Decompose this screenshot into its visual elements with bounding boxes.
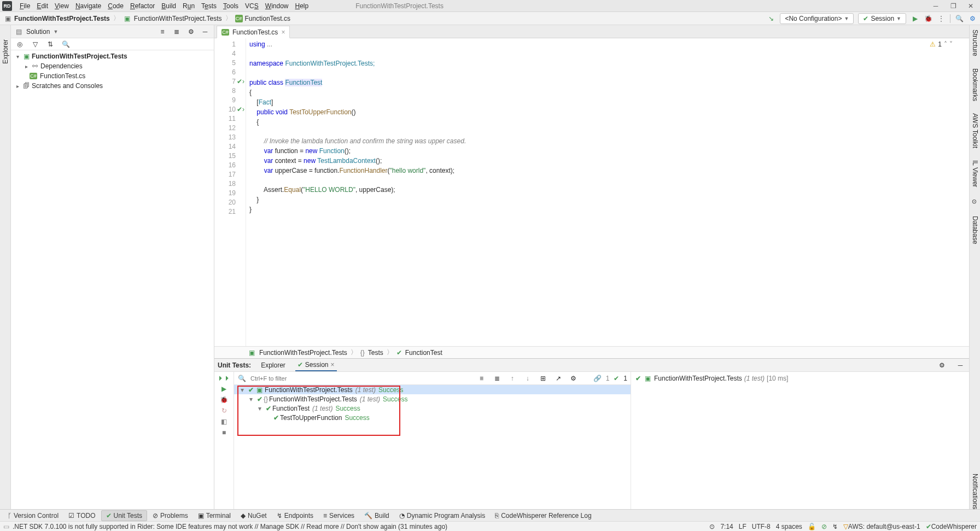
aws-status[interactable]: AWS: default@us-east-1 [848, 523, 920, 530]
solution-view-dropdown-icon[interactable]: ▼ [53, 29, 58, 34]
code-area[interactable]: using ... namespace FunctionWithTestProj… [246, 38, 969, 346]
power-icon[interactable]: ↯ [832, 523, 838, 530]
run-test-gutter-icon[interactable]: ✔› [237, 106, 244, 113]
menu-view[interactable]: View [55, 2, 69, 10]
filter-icon[interactable]: ▽ [30, 39, 40, 50]
test-row[interactable]: ▾ ✔ {} FunctionWithTestProject.Tests (1 … [234, 394, 631, 404]
structure-tab[interactable]: Structure [971, 30, 979, 56]
sort-icon[interactable]: ⇅ [45, 39, 56, 50]
settings-icon[interactable]: ⚙ [968, 14, 977, 23]
search-icon[interactable]: 🔍 [955, 14, 964, 23]
hide-icon[interactable]: ─ [200, 26, 211, 37]
twb-dpa[interactable]: ◔Dynamic Program Analysis [395, 510, 489, 521]
hide-icon[interactable]: ─ [955, 360, 966, 371]
collapse-all-icon[interactable]: ≣ [171, 26, 182, 37]
up-icon[interactable]: ↑ [507, 373, 518, 384]
locate-icon[interactable]: ◎ [14, 39, 25, 50]
filter-input[interactable] [250, 375, 326, 382]
twb-todo[interactable]: ☑TODO [64, 510, 100, 521]
tree-row-file[interactable]: C# FunctionTest.cs [11, 71, 214, 81]
notifications-tab[interactable]: Notifications [971, 474, 979, 509]
breadcrumb-project[interactable]: ▣ FunctionWithTestProject.Tests 〉 [123, 14, 233, 23]
expand-all-icon[interactable]: ≡ [157, 26, 168, 37]
tree-row-scratches[interactable]: ▸ 🗐 Scratches and Consoles [11, 81, 214, 91]
twb-unit-tests[interactable]: ✔Unit Tests [101, 510, 147, 521]
bookmarks-tab[interactable]: Bookmarks [971, 68, 979, 101]
breadcrumb-label[interactable]: Tests [368, 349, 383, 357]
run-all-icon[interactable]: ⏵⏵ [218, 374, 231, 382]
gear-icon[interactable]: ⚙ [936, 360, 947, 371]
test-row[interactable]: ▾ ✔ ▣ FunctionWithTestProject.Tests (1 t… [234, 385, 631, 394]
status-message[interactable]: .NET SDK 7.0.100 is not fully supported … [13, 523, 447, 530]
aws-icon[interactable]: ▽ [843, 523, 848, 530]
menu-edit[interactable]: Edit [37, 2, 48, 10]
run-test-gutter-icon[interactable]: ✔› [237, 78, 244, 85]
explorer-tab[interactable]: Explorer [2, 39, 9, 64]
build-icon[interactable]: ↘ [767, 14, 775, 23]
menu-help[interactable]: Help [295, 2, 308, 10]
test-row[interactable]: ✔ TestToUpperFunction Success [234, 413, 631, 422]
database-tab[interactable]: Database [971, 216, 979, 244]
gear-icon[interactable]: ⚙ [568, 373, 579, 384]
twb-problems[interactable]: ⊘Problems [148, 510, 192, 521]
stop-icon[interactable]: ■ [222, 429, 226, 436]
copilot-tab[interactable]: ⊙ [971, 199, 978, 204]
menu-build[interactable]: Build [161, 2, 176, 10]
twb-endpoints[interactable]: ↯Endpoints [272, 510, 318, 521]
chevron-down-icon[interactable]: ˅ [949, 40, 953, 48]
collapse-all-icon[interactable]: ≣ [492, 373, 503, 384]
close-tab-icon[interactable]: × [281, 28, 285, 36]
line-separator[interactable]: LF [739, 523, 746, 530]
indent-config[interactable]: 4 spaces [776, 523, 802, 530]
menu-code[interactable]: Code [108, 2, 124, 10]
session-button[interactable]: ✔ Session ▼ [858, 13, 906, 24]
status-icon[interactable]: ▭ [3, 523, 9, 530]
tab-explorer[interactable]: Explorer [259, 359, 288, 371]
tree-row-deps[interactable]: ▸ ⚯ Dependencies [11, 61, 214, 71]
rerun-icon[interactable]: ↻ [221, 407, 227, 415]
debug-icon[interactable]: 🐞 [220, 396, 228, 404]
menu-window[interactable]: Window [265, 2, 289, 10]
menu-file[interactable]: File [20, 2, 30, 10]
test-row[interactable]: ▾ ✔ FunctionTest (1 test) Success [234, 404, 631, 413]
twb-version-control[interactable]: ᚴVersion Control [3, 510, 63, 521]
twb-services[interactable]: ≡Services [319, 510, 359, 521]
twb-codewhisperer[interactable]: ⎘CodeWhisperer Reference Log [491, 510, 596, 521]
run-config-selector[interactable]: <No Configuration> ▼ [780, 13, 854, 24]
twb-build[interactable]: 🔨Build [360, 510, 394, 521]
breadcrumb-file[interactable]: C# FunctionTest.cs [235, 15, 290, 22]
debug-icon[interactable]: 🐞 [924, 14, 932, 23]
breadcrumb-label[interactable]: FunctionWithTestProject.Tests [259, 349, 347, 357]
down-icon[interactable]: ↓ [522, 373, 533, 384]
close-icon[interactable]: ✕ [967, 2, 975, 10]
menu-refactor[interactable]: Refactor [130, 2, 155, 10]
caret-position[interactable]: 7:14 [720, 523, 733, 530]
cw-status[interactable]: CodeWhisperer [931, 523, 977, 530]
menu-vcs[interactable]: VCS [245, 2, 259, 10]
close-icon[interactable]: × [331, 361, 335, 369]
coverage-icon[interactable]: ◧ [221, 418, 227, 425]
solution-tree[interactable]: ▾ ▣ FunctionWithTestProject.Tests ▸ ⚯ De… [11, 50, 214, 509]
tests-tree[interactable]: ▾ ✔ ▣ FunctionWithTestProject.Tests (1 t… [234, 385, 631, 509]
breadcrumb-root[interactable]: ▣ FunctionWithTestProject.Tests 〉 [3, 14, 121, 23]
maximize-icon[interactable]: ❐ [949, 2, 957, 10]
menu-navigate[interactable]: Navigate [75, 2, 101, 10]
breadcrumb-label[interactable]: FunctionTest [405, 349, 442, 357]
inspection-ok-icon[interactable]: ⊘ [821, 523, 827, 530]
chevron-up-icon[interactable]: ˄ [944, 40, 947, 48]
editor-tab[interactable]: C# FunctionTest.cs × [217, 26, 290, 38]
readonly-icon[interactable]: 🔓 [808, 523, 816, 530]
tree-row-root[interactable]: ▾ ▣ FunctionWithTestProject.Tests [11, 51, 214, 61]
inspections-widget[interactable]: ⚠ 1 ˄ ˅ [930, 40, 953, 48]
menu-tools[interactable]: Tools [223, 2, 238, 10]
export-icon[interactable]: ↗ [553, 373, 564, 384]
menu-tests[interactable]: Tests [201, 2, 217, 10]
twb-nuget[interactable]: ◆NuGet [236, 510, 271, 521]
expand-all-icon[interactable]: ≡ [476, 373, 487, 384]
run-icon[interactable]: ▶ [911, 14, 919, 23]
menu-run[interactable]: Run [183, 2, 195, 10]
more-icon[interactable]: ⋮ [937, 14, 946, 23]
link-icon[interactable]: 🔗 [593, 375, 602, 382]
copilot-status-icon[interactable]: ⊙ [709, 523, 715, 530]
sort-icon[interactable]: ⊞ [538, 373, 549, 384]
